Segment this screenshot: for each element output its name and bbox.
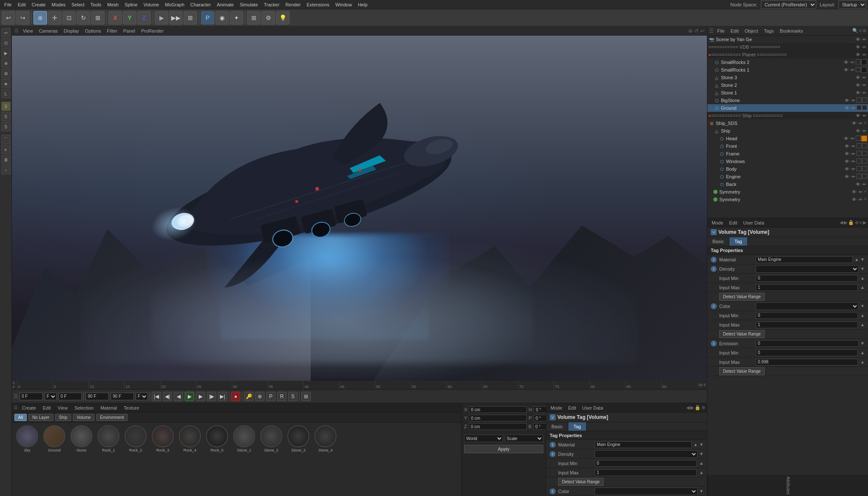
- obj-view-btn[interactable]: ◉: [215, 11, 229, 25]
- eng-edit[interactable]: ✏: [850, 174, 856, 180]
- render-region-btn[interactable]: ▶▶: [169, 11, 183, 25]
- planet-edit[interactable]: ✏: [861, 52, 867, 58]
- rattr-den-dn[interactable]: ▼: [860, 266, 865, 271]
- mat-rock4[interactable]: Rock_4: [177, 425, 203, 493]
- inputmin-up[interactable]: ▲: [699, 461, 704, 466]
- attr-userdata-btn[interactable]: User Data: [580, 405, 606, 411]
- attr-edit-btn[interactable]: Edit: [566, 405, 579, 411]
- rattr-imax-arr[interactable]: ▲: [860, 285, 865, 290]
- prev-key-btn[interactable]: ◀|: [163, 392, 172, 401]
- head-vis[interactable]: 👁: [843, 136, 849, 141]
- mat-rock2[interactable]: Rock_2: [123, 425, 148, 493]
- vp-icon-1[interactable]: ⊕: [688, 28, 693, 34]
- rp-filter-icon[interactable]: ≡: [859, 28, 862, 33]
- menu-create[interactable]: Create: [29, 1, 48, 8]
- autokey-btn[interactable]: 🔑: [244, 392, 253, 401]
- tab-basic[interactable]: Basic: [546, 422, 568, 431]
- attr-lock-btn[interactable]: 🔒: [695, 405, 701, 410]
- scene-edit-btn[interactable]: ✏: [861, 36, 867, 42]
- sds-vis[interactable]: 👁: [851, 120, 857, 126]
- tree-ship[interactable]: △ Ship 👁 ✏: [707, 127, 868, 135]
- timeline-ruler[interactable]: 0 5 10 15 20 25 30 35 40 45 50 55 60 65: [17, 381, 697, 389]
- rattr-detect3-btn[interactable]: Detect Value Range: [719, 367, 765, 375]
- rattr-col-info[interactable]: i: [711, 303, 717, 309]
- tree-front[interactable]: ⬡ Front 👁 ✏: [707, 142, 868, 150]
- menu-mesh[interactable]: Mesh: [105, 1, 121, 8]
- y-input[interactable]: [469, 415, 527, 421]
- timeline-toggle-btn[interactable]: ⊞: [301, 392, 311, 401]
- vp-display[interactable]: Display: [62, 28, 81, 33]
- vp-options[interactable]: Options: [83, 28, 103, 33]
- rattr-cimax-arr[interactable]: ▲: [860, 322, 865, 327]
- head-edit[interactable]: ✏: [849, 136, 855, 141]
- mat-edit[interactable]: Edit: [40, 405, 53, 411]
- scale-btn[interactable]: ⊡: [62, 11, 76, 25]
- rattr-imax-input[interactable]: [756, 284, 858, 291]
- menu-edit[interactable]: Edit: [15, 1, 28, 8]
- bs-edit[interactable]: ✏: [850, 97, 856, 103]
- vp-filter[interactable]: Filter: [105, 28, 119, 33]
- density-dropdown[interactable]: ▼: [699, 452, 704, 456]
- rattr-mode-btn[interactable]: Mode: [709, 219, 726, 226]
- menu-tracker[interactable]: Tracker: [262, 1, 282, 8]
- shipsep-vis[interactable]: 👁: [855, 113, 861, 119]
- mat-create[interactable]: Create: [19, 405, 39, 411]
- sym2-edit[interactable]: ✏: [857, 197, 863, 202]
- attr-more-btn[interactable]: ⊕: [701, 405, 705, 410]
- menu-file[interactable]: File: [2, 1, 14, 8]
- detect-range-btn-1[interactable]: Detect Value Range: [558, 478, 604, 486]
- sym1-edit[interactable]: ✏: [857, 189, 863, 195]
- jump-start-btn[interactable]: |◀: [152, 392, 161, 401]
- key-all-btn[interactable]: ⊕: [255, 392, 264, 401]
- gnd-edit[interactable]: ✏: [850, 105, 856, 111]
- win-edit[interactable]: ✏: [850, 158, 856, 164]
- mat-rock5[interactable]: Rock_5: [204, 425, 230, 493]
- x-input[interactable]: [469, 406, 527, 413]
- coord-world-select[interactable]: World: [464, 435, 503, 442]
- menu-render[interactable]: Render: [283, 1, 303, 8]
- rattr-den-select[interactable]: [756, 265, 859, 273]
- shipsep-edit[interactable]: ✏: [861, 113, 867, 119]
- body-edit[interactable]: ✏: [850, 166, 856, 172]
- mat-rock1[interactable]: Rock_1: [96, 425, 121, 493]
- rattr-snap-btn[interactable]: ⊕: [855, 220, 859, 225]
- mat-material[interactable]: Material: [98, 405, 120, 411]
- menu-help[interactable]: Help: [355, 1, 370, 8]
- left-tool-hook[interactable]: ⌒: [1, 135, 11, 144]
- left-tool-layers[interactable]: ≡: [1, 145, 11, 154]
- mat-texture[interactable]: Texture: [121, 405, 142, 411]
- mat-sky[interactable]: Sky: [14, 425, 40, 493]
- rattr-detect2-btn[interactable]: Detect Value Range: [719, 330, 765, 338]
- apply-btn[interactable]: Apply: [464, 445, 543, 453]
- menu-window[interactable]: Window: [333, 1, 354, 8]
- pos-key-btn[interactable]: P: [266, 392, 275, 401]
- mat-stone1[interactable]: Stone_1: [231, 425, 257, 493]
- rattr-den-info[interactable]: i: [711, 266, 717, 272]
- frame-input-left[interactable]: [19, 393, 43, 400]
- rattr-emi-input[interactable]: [756, 340, 859, 347]
- material-input[interactable]: [595, 441, 692, 448]
- sr1-vis[interactable]: 👁: [843, 67, 849, 73]
- rattr-imin-input[interactable]: [756, 275, 858, 282]
- rotate-btn[interactable]: ↻: [77, 11, 90, 25]
- rattr-eimin-input[interactable]: [756, 349, 858, 356]
- vdb-edit[interactable]: ✏: [861, 44, 867, 50]
- mat-stone4[interactable]: Stone_4: [313, 425, 338, 493]
- sr2-vis[interactable]: 👁: [843, 59, 849, 65]
- sr1-edit[interactable]: ✏: [849, 67, 855, 73]
- tree-item-scene[interactable]: 📷 Scene by Yan Ge 👁 ✏: [707, 36, 868, 43]
- sym1-vis[interactable]: 👁: [851, 189, 857, 195]
- rattr-eimin-arr[interactable]: ▲: [860, 350, 865, 355]
- undo-btn[interactable]: ↩: [2, 11, 15, 25]
- menu-spline[interactable]: Spline: [122, 1, 140, 8]
- rattr-eimax-arr[interactable]: ▲: [860, 360, 865, 364]
- left-tool-7[interactable]: L: [1, 89, 11, 98]
- tree-smallrocks1[interactable]: ⬡ SmallRocks 1 👁 ✏: [707, 66, 868, 74]
- left-tool-6[interactable]: ◈: [1, 79, 11, 88]
- ship-edit[interactable]: ✏: [861, 128, 867, 134]
- filter-volume-btn[interactable]: Volume: [73, 414, 95, 421]
- st3-edit[interactable]: ✏: [861, 75, 867, 80]
- st1-vis[interactable]: 👁: [855, 90, 861, 96]
- tree-ground[interactable]: ⬡ Ground 👁 ✏: [707, 104, 868, 112]
- rattr-mat-input[interactable]: [756, 256, 853, 263]
